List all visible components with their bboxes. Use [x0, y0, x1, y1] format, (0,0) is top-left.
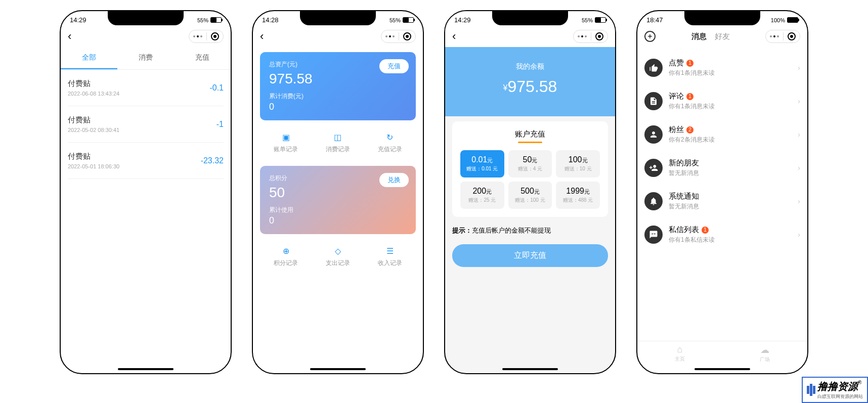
points-card: 总积分 50 累计使用 0 兑换 — [260, 166, 416, 234]
action-bill[interactable]: ▣账单记录 — [274, 132, 298, 154]
nav-square[interactable]: ☁广场 — [760, 344, 770, 363]
bell-icon — [644, 192, 663, 210]
home-indicator — [695, 368, 750, 370]
chevron-right-icon: › — [798, 64, 800, 72]
list-item[interactable]: 粉丝2你有2条消息未读› — [644, 118, 800, 151]
transaction-list: 付费贴2022-06-08 13:43:24-0.1 付费贴2022-05-02… — [61, 70, 231, 179]
chevron-right-icon: › — [798, 164, 800, 172]
recharge-option[interactable]: 1999元赠送：488 元 — [556, 182, 600, 209]
hint: 提示：充值后帐户的金额不能提现 — [445, 222, 615, 239]
chevron-right-icon: › — [798, 197, 800, 205]
tab-spend[interactable]: 消费 — [117, 47, 174, 69]
chevron-right-icon: › — [798, 231, 800, 239]
back-button[interactable]: ‹ — [68, 30, 71, 43]
person-add-icon — [644, 159, 663, 177]
phone-wallet: 14:28 55% ‹ 总资产(元) 975.58 累计消费(元) 0 充值 ▣… — [252, 10, 424, 374]
battery-percent: 55% — [389, 17, 401, 23]
exchange-button[interactable]: 兑换 — [379, 173, 409, 187]
recharge-option[interactable]: 200元赠送：25 元 — [460, 182, 504, 209]
capsule[interactable] — [573, 30, 608, 43]
recharge-button[interactable]: 充值 — [379, 59, 409, 73]
bottom-nav: ⌂主页 ☁广场 — [637, 341, 807, 363]
recharge-option[interactable]: 100元赠送：10 元 — [556, 150, 600, 177]
chat-icon — [644, 226, 663, 244]
list-item[interactable]: 评论1你有1条消息未读› — [644, 84, 800, 118]
capsule[interactable] — [765, 30, 800, 43]
chevron-right-icon: › — [798, 130, 800, 139]
point-actions: ⊕积分记录 ◇支出记录 ☰收入记录 — [260, 239, 416, 275]
capsule[interactable] — [189, 30, 224, 43]
action-in[interactable]: ☰收入记录 — [378, 246, 402, 267]
thumbs-up-icon — [644, 59, 663, 77]
battery-percent: 55% — [197, 17, 208, 23]
asset-actions: ▣账单记录 ◫消费记录 ↻充值记录 — [260, 125, 416, 161]
watermark: 撸撸资源® 白嫖互联网资源的网站 — [802, 377, 868, 384]
list-item[interactable]: 新的朋友暂无新消息› — [644, 151, 800, 185]
action-out[interactable]: ◇支出记录 — [326, 246, 350, 267]
tab-friends[interactable]: 好友 — [715, 32, 730, 41]
time: 14:29 — [70, 16, 86, 24]
home-indicator — [310, 368, 366, 370]
tabs: 全部 消费 充值 — [61, 47, 231, 70]
message-list: 点赞1你有1条消息未读› 评论1你有1条消息未读› 粉丝2你有2条消息未读› 新… — [637, 47, 807, 255]
time: 18:47 — [646, 16, 663, 24]
phone-messages: 18:47 100% + 消息 好友 点赞1你有1条消息未读› 评论1你有1条消… — [636, 10, 808, 374]
phone-recharge: 14:29 55% ‹ 我的余额 ¥975.58 账户充值 0.01元赠送：0.… — [444, 10, 616, 374]
time: 14:28 — [262, 16, 279, 24]
action-points[interactable]: ⊕积分记录 — [274, 246, 298, 267]
add-button[interactable]: + — [644, 31, 656, 42]
recharge-now-button[interactable]: 立即充值 — [452, 244, 608, 267]
battery-percent: 55% — [582, 17, 593, 23]
document-icon — [644, 92, 663, 110]
balance-card: 我的余额 ¥975.58 — [445, 47, 615, 116]
tab-recharge[interactable]: 充值 — [174, 47, 231, 69]
notch — [108, 11, 184, 25]
assets-card: 总资产(元) 975.58 累计消费(元) 0 充值 — [260, 52, 416, 120]
notch — [300, 11, 376, 25]
table-row[interactable]: 付费贴2022-05-01 18:06:30-23.32 — [68, 143, 224, 179]
capsule[interactable] — [381, 30, 416, 43]
chevron-right-icon: › — [798, 97, 800, 105]
battery-percent: 100% — [771, 17, 785, 23]
time: 14:29 — [454, 16, 471, 24]
tab-all[interactable]: 全部 — [61, 47, 117, 69]
recharge-section: 账户充值 0.01元赠送：0.01 元 50元赠送：4 元 100元赠送：10 … — [452, 121, 608, 217]
notch — [684, 11, 760, 25]
home-indicator — [118, 368, 173, 370]
nav-home[interactable]: ⌂主页 — [675, 344, 685, 363]
list-item[interactable]: 私信列表1你有1条私信未读› — [644, 218, 800, 251]
list-item[interactable]: 系统通知暂无新消息› — [644, 185, 800, 218]
recharge-option[interactable]: 500元赠送：100 元 — [508, 182, 552, 209]
action-recharge[interactable]: ↻充值记录 — [378, 132, 402, 154]
table-row[interactable]: 付费贴2022-05-02 08:30:41-1 — [68, 106, 224, 143]
back-button[interactable]: ‹ — [260, 30, 264, 43]
table-row[interactable]: 付费贴2022-06-08 13:43:24-0.1 — [68, 70, 224, 106]
list-item[interactable]: 点赞1你有1条消息未读› — [644, 51, 800, 84]
recharge-option[interactable]: 0.01元赠送：0.01 元 — [460, 150, 504, 177]
balance-value: ¥975.58 — [445, 77, 615, 96]
recharge-option[interactable]: 50元赠送：4 元 — [508, 150, 552, 177]
phone-transactions: 14:29 55% ‹ 全部 消费 充值 付费贴2022-06-08 13:43… — [60, 10, 232, 374]
tab-messages[interactable]: 消息 — [691, 32, 707, 41]
home-indicator — [502, 368, 558, 370]
back-button[interactable]: ‹ — [452, 30, 456, 43]
person-icon — [644, 125, 663, 144]
action-spend[interactable]: ◫消费记录 — [326, 132, 350, 154]
notch — [492, 11, 568, 25]
